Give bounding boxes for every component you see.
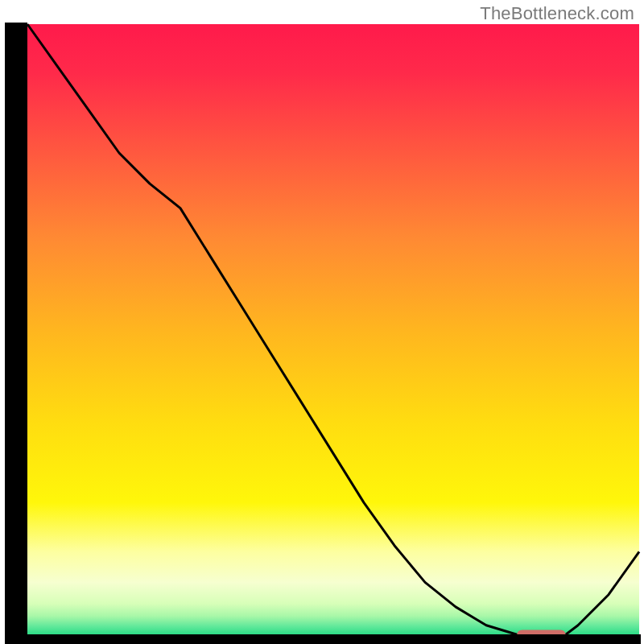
svg-rect-0 [5, 23, 27, 644]
gradient-background [27, 24, 639, 638]
plot-area [5, 23, 641, 644]
bottleneck-chart [0, 0, 644, 644]
chart-container: { "attribution": "TheBottleneck.com", "c… [0, 0, 644, 644]
svg-rect-1 [5, 634, 641, 644]
attribution-text: TheBottleneck.com [480, 3, 634, 24]
